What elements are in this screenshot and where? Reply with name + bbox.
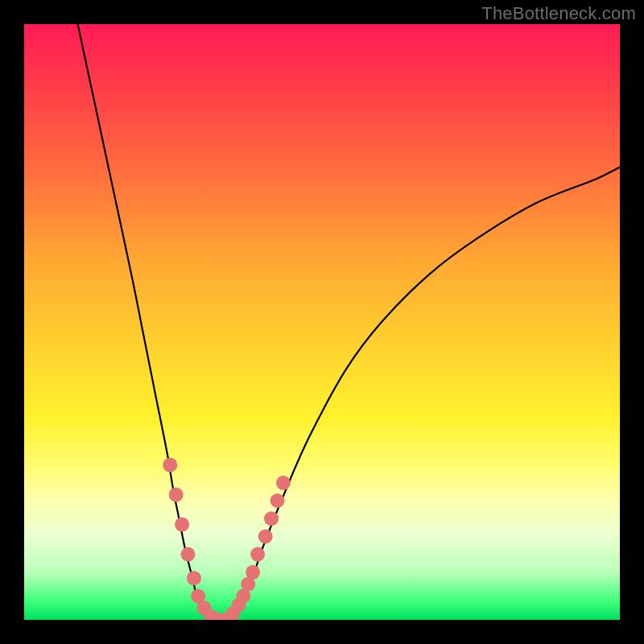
marker-dot [175,518,189,532]
marker-dot [231,598,246,613]
chart-svg [24,24,620,620]
marker-dot [196,601,211,615]
marker-dot [181,547,196,562]
marker-dot [236,588,250,603]
marker-dot [169,488,184,502]
chart-frame: TheBottleneck.com [0,0,644,644]
marker-dot [246,565,260,580]
marker-dot [250,547,265,562]
marker-dot [187,571,201,585]
marker-dot [264,511,279,526]
marker-dot [218,613,233,620]
marker-dot [211,613,225,620]
attribution-label: TheBottleneck.com [481,3,636,24]
marker-dot [276,476,291,490]
marker-dot [204,609,218,620]
marker-dot [225,607,240,620]
marker-dot [163,458,177,473]
marker-dot [258,529,273,543]
highlighted-points [163,458,291,620]
marker-dot [191,588,205,603]
bottleneck-curve [78,24,620,620]
marker-dot [241,577,255,592]
marker-dot [270,493,285,508]
plot-area [24,24,620,620]
